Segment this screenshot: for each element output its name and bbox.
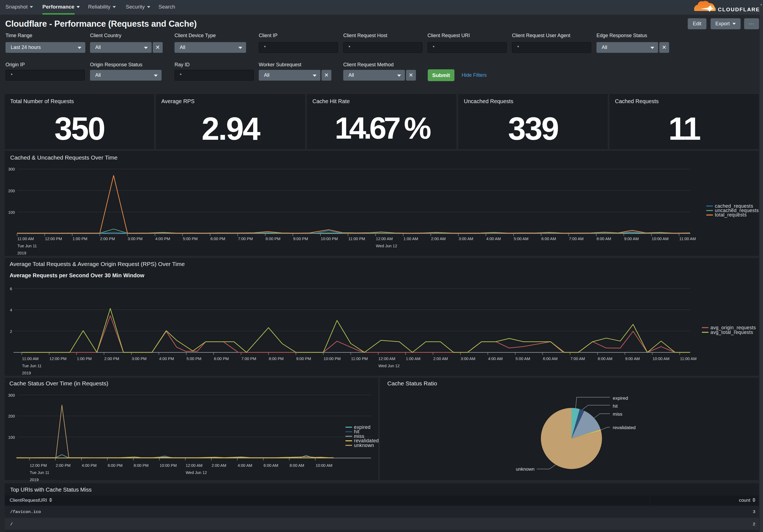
svg-text:®: ®	[761, 4, 762, 6]
svg-text:CLOUDFLARE: CLOUDFLARE	[718, 7, 760, 12]
